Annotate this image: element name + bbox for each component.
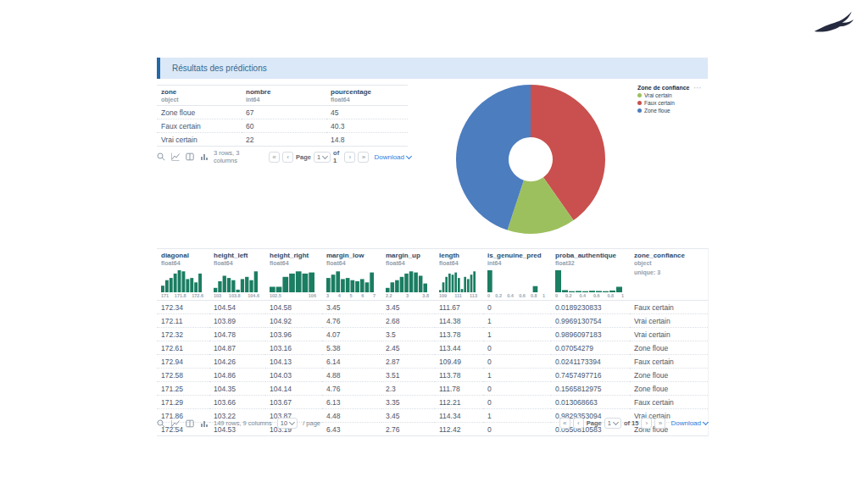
table-cell: 171.29 xyxy=(157,396,209,409)
search-icon[interactable] xyxy=(157,152,165,161)
columns-panel-icon[interactable] xyxy=(186,152,194,161)
app-canvas: Résultats des prédictions zoneobjectnomb… xyxy=(0,0,868,488)
next-page-button[interactable]: › xyxy=(344,152,355,163)
column-header-is_genuine_pred[interactable]: is_genuine_predint6400.20.40.60.81 xyxy=(483,249,551,301)
summary-column-header-nombre[interactable]: nombreint64 xyxy=(242,86,326,106)
legend-swatch xyxy=(637,108,642,113)
tick-label: 3.8 xyxy=(422,293,429,298)
table-cell: 5.38 xyxy=(322,341,381,355)
chevron-down-icon xyxy=(406,152,412,158)
table-cell: 2.45 xyxy=(381,341,435,355)
download-button[interactable]: Download xyxy=(374,153,411,161)
column-header-margin_low[interactable]: margin_lowfloat6434567 xyxy=(322,249,381,301)
summary-row-count: 3 rows, 3 columns xyxy=(214,149,264,164)
table-cell: 0 xyxy=(483,396,551,409)
chart-more-button[interactable]: ⋯ xyxy=(693,83,703,92)
column-header-length[interactable]: lengthfloat64109111113 xyxy=(435,249,483,301)
last-page-button[interactable]: » xyxy=(358,152,369,163)
summary-table: zoneobjectnombreint64pourcentagefloat64 … xyxy=(157,85,408,147)
table-cell: 60 xyxy=(242,119,326,133)
table-cell: 2.68 xyxy=(381,314,435,328)
column-name: proba_authentique xyxy=(555,252,626,259)
page-select[interactable]: 1 xyxy=(604,418,621,429)
chevron-down-icon xyxy=(289,419,295,425)
chart-preview-icon[interactable] xyxy=(171,152,180,161)
table-cell: 104.26 xyxy=(209,355,265,369)
table-cell: 104.54 xyxy=(209,301,265,314)
prev-page-button[interactable]: ‹ xyxy=(573,418,584,429)
tick-label: 0.6 xyxy=(593,293,600,298)
column-header-margin_up[interactable]: margin_upfloat642.233.8 xyxy=(381,249,435,301)
table-cell: 111.78 xyxy=(435,382,483,396)
table-cell: 0.0241173394 xyxy=(551,355,630,369)
column-unique-count: unique: 3 xyxy=(634,269,704,275)
page-size-suffix: / page xyxy=(303,419,320,427)
bird-logo xyxy=(810,8,858,39)
tick-label: 3 xyxy=(406,293,409,298)
table-cell: 104.03 xyxy=(265,369,322,382)
tick-label: 6 xyxy=(361,293,364,298)
table-cell: 45 xyxy=(326,106,408,119)
table-cell: 104.86 xyxy=(209,369,265,382)
column-type: int64 xyxy=(246,97,322,103)
first-page-button[interactable]: « xyxy=(269,152,280,163)
data-row-count: 149 rows, 9 columns xyxy=(214,419,272,427)
histogram-ticks: 102.5106 xyxy=(270,293,316,298)
summary-column-header-pourcentage[interactable]: pourcentagefloat64 xyxy=(326,86,408,106)
column-histogram xyxy=(161,270,202,292)
table-cell: 112.21 xyxy=(435,396,483,409)
table-cell: 104.87 xyxy=(209,341,265,355)
tick-label: 3 xyxy=(326,293,329,298)
column-name: margin_low xyxy=(326,252,377,259)
search-icon[interactable] xyxy=(157,419,165,428)
prev-page-button[interactable]: ‹ xyxy=(282,152,293,163)
tick-label: 106 xyxy=(309,293,316,298)
table-cell: 172.58 xyxy=(157,369,209,382)
download-button[interactable]: Download xyxy=(670,419,708,427)
column-header-height_left[interactable]: height_leftfloat64103103.8104.6 xyxy=(209,249,265,301)
tick-label: 4 xyxy=(338,293,341,298)
histogram-ticks: 00.20.40.60.81 xyxy=(487,293,545,298)
table-cell: 111.67 xyxy=(435,301,483,314)
column-header-diagonal[interactable]: diagonalfloat64171171.8172.6 xyxy=(157,249,209,301)
column-header-proba_authentique[interactable]: proba_authentiquefloat3200.20.40.60.81 xyxy=(551,249,630,301)
last-page-button[interactable]: » xyxy=(654,418,665,429)
column-type: float64 xyxy=(214,260,261,267)
table-cell: 171.25 xyxy=(157,382,209,396)
column-histogram xyxy=(555,270,622,292)
tick-label: 0 xyxy=(555,293,558,298)
tick-label: 0.2 xyxy=(565,293,572,298)
table-cell: 4.88 xyxy=(322,369,381,382)
column-name: pourcentage xyxy=(331,88,403,96)
data-table-footer: 149 rows, 9 columns 10 / page « ‹ Page 1… xyxy=(157,418,708,429)
tick-label: 171 xyxy=(161,293,169,298)
histogram-icon[interactable] xyxy=(200,152,209,161)
chart-preview-icon[interactable] xyxy=(171,419,180,428)
tick-label: 2.2 xyxy=(386,293,392,298)
tick-label: 171.8 xyxy=(175,293,186,298)
tick-label: 0.6 xyxy=(519,293,526,298)
next-page-button[interactable]: › xyxy=(641,418,652,429)
first-page-button[interactable]: « xyxy=(559,418,570,429)
tick-label: 102.5 xyxy=(270,293,281,298)
table-cell: 0.1565812975 xyxy=(551,382,630,396)
page-size-select[interactable]: 10 xyxy=(277,418,298,429)
summary-column-header-zone[interactable]: zoneobject xyxy=(157,86,242,106)
table-cell: 103.96 xyxy=(265,328,322,341)
table-cell: 2.87 xyxy=(381,355,435,369)
table-row: 171.29103.66103.676.133.35112.2100.01306… xyxy=(157,396,708,409)
table-cell: Zone floue xyxy=(630,341,708,355)
tick-label: 0.4 xyxy=(507,293,514,298)
histogram-icon[interactable] xyxy=(200,419,209,428)
table-cell: 0.0189230833 xyxy=(551,301,630,314)
column-name: zone xyxy=(161,88,237,96)
column-header-height_right[interactable]: height_rightfloat64102.5106 xyxy=(265,249,322,301)
column-header-zone_confiance[interactable]: zone_confianceobjectunique: 3 xyxy=(630,249,708,301)
table-cell: 0 xyxy=(483,341,551,355)
table-row: Zone floue6745 xyxy=(157,106,408,119)
column-name: height_right xyxy=(270,252,318,259)
page-select[interactable]: 1 xyxy=(314,152,331,163)
legend-item-faux-certain: Faux certain xyxy=(637,99,697,107)
columns-panel-icon[interactable] xyxy=(186,419,194,428)
tick-label: 113 xyxy=(470,293,477,298)
